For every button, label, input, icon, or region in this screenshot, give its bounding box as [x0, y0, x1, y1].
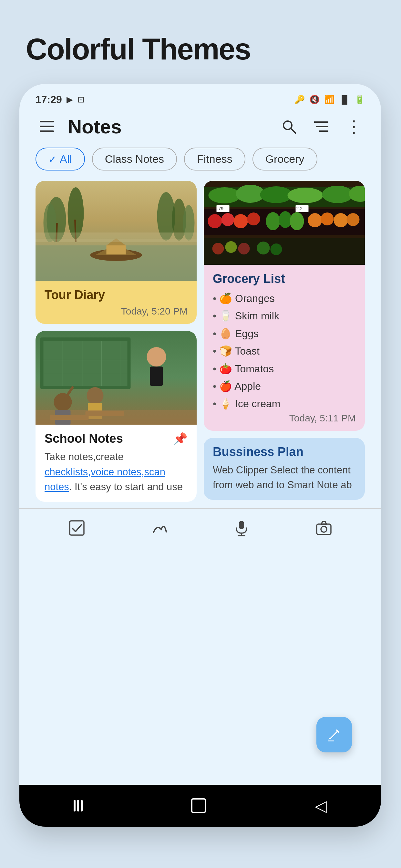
- sort-button[interactable]: [310, 115, 333, 138]
- chip-all[interactable]: ✓All: [35, 148, 85, 170]
- tour-diary-image: [35, 181, 197, 281]
- svg-rect-78: [239, 521, 244, 529]
- home-button[interactable]: [191, 798, 206, 813]
- svg-rect-2: [40, 130, 54, 132]
- svg-point-69: [238, 243, 250, 254]
- signal-icon: ▐▌: [339, 95, 350, 104]
- chip-class-notes[interactable]: Class Notes: [92, 148, 177, 170]
- phone-frame: 17:29 ▶ ⊡ 🔑 🔇 📶 ▐▌ 🔋 Notes: [19, 84, 381, 827]
- svg-text:2.2: 2.2: [297, 206, 303, 211]
- status-bar: 17:29 ▶ ⊡ 🔑 🔇 📶 ▐▌ 🔋: [19, 84, 381, 109]
- svg-rect-1: [40, 126, 54, 127]
- left-column: Tour Diary Today, 5:20 PM: [35, 181, 197, 502]
- app-bar: Notes ⋮: [19, 109, 381, 144]
- svg-point-54: [208, 214, 222, 228]
- key-icon: 🔑: [295, 95, 305, 104]
- grocery-list-image: .79 2.2: [204, 181, 365, 265]
- school-notes-content: School Notes 📌 Take notes,create checkli…: [35, 425, 197, 502]
- play-icon: ▶: [66, 95, 73, 104]
- recent-apps-button[interactable]: [73, 800, 83, 811]
- list-item: 🍊 Oranges: [213, 290, 356, 307]
- battery-icon: 🔋: [354, 95, 365, 104]
- list-item: 🥚 Eggs: [213, 325, 356, 342]
- business-plan-content: Bussiness Plan Web Clipper Select the co…: [204, 438, 365, 500]
- chip-fitness[interactable]: Fitness: [184, 148, 245, 170]
- note-school-notes[interactable]: School Notes 📌 Take notes,create checkli…: [35, 331, 197, 502]
- business-plan-body: Web Clipper Select the content from web …: [213, 463, 356, 493]
- list-item: 🍞 Toast: [213, 342, 356, 360]
- svg-point-63: [334, 213, 348, 227]
- fab-new-note[interactable]: [316, 717, 352, 752]
- list-item: 🥛 Skim milk: [213, 307, 356, 324]
- app-bar-title: Notes: [68, 116, 268, 138]
- note-grocery-list[interactable]: .79 2.2 Grocery List 🍊 Oranges 🥛 Skim mi…: [204, 181, 365, 431]
- svg-point-67: [212, 243, 224, 254]
- svg-rect-20: [106, 245, 126, 254]
- svg-point-70: [257, 242, 270, 254]
- more-button[interactable]: ⋮: [342, 115, 365, 138]
- svg-point-49: [288, 188, 323, 203]
- svg-rect-23: [35, 239, 197, 245]
- svg-rect-81: [317, 524, 331, 534]
- wifi-icon: 📶: [324, 95, 335, 104]
- list-item: 🍦 Ice cream: [213, 395, 356, 412]
- list-item: 🍅 Tomatos: [213, 360, 356, 377]
- status-bar-left: 17:29 ▶ ⊡: [35, 94, 85, 105]
- svg-point-57: [247, 213, 260, 225]
- grocery-list-items: 🍊 Oranges 🥛 Skim milk 🥚 Eggs 🍞 Toast 🍅 T…: [213, 290, 356, 413]
- notes-grid: Tour Diary Today, 5:20 PM: [19, 178, 381, 508]
- grocery-list-content: Grocery List 🍊 Oranges 🥛 Skim milk 🥚 Egg…: [204, 265, 365, 431]
- svg-marker-82: [321, 522, 327, 524]
- screenshot-icon: ⊡: [78, 95, 85, 104]
- svg-point-48: [260, 186, 292, 203]
- svg-point-60: [290, 212, 304, 230]
- svg-line-4: [291, 128, 296, 133]
- svg-point-64: [347, 213, 360, 226]
- svg-rect-42: [35, 410, 197, 425]
- svg-point-37: [87, 387, 104, 404]
- menu-button[interactable]: [35, 115, 58, 138]
- svg-point-56: [234, 214, 248, 228]
- svg-point-58: [266, 212, 280, 230]
- svg-point-33: [147, 347, 166, 367]
- school-notes-image: [35, 331, 197, 425]
- back-button[interactable]: ◁: [315, 797, 327, 815]
- svg-point-46: [209, 187, 241, 204]
- tour-diary-time: Today, 5:20 PM: [44, 306, 188, 317]
- chip-grocery[interactable]: Grocery: [252, 148, 317, 170]
- check-icon: ✓: [49, 154, 57, 165]
- handwriting-button[interactable]: [146, 515, 172, 541]
- tour-diary-content: Tour Diary Today, 5:20 PM: [35, 281, 197, 324]
- list-item: 🍎 Apple: [213, 377, 356, 395]
- svg-rect-76: [328, 740, 334, 741]
- svg-rect-34: [150, 367, 163, 386]
- school-notes-title: School Notes: [44, 432, 123, 445]
- status-time: 17:29: [35, 94, 62, 105]
- tour-diary-title: Tour Diary: [44, 288, 188, 302]
- page-title: Colorful Themes: [26, 32, 251, 66]
- school-notes-body: Take notes,create checklists,voice notes…: [44, 450, 188, 495]
- camera-button[interactable]: [311, 515, 337, 541]
- svg-point-83: [321, 526, 327, 532]
- checklist-button[interactable]: [64, 515, 90, 541]
- svg-rect-26: [43, 341, 127, 386]
- grocery-list-time: Today, 5:11 PM: [213, 413, 356, 424]
- svg-point-59: [279, 211, 292, 228]
- nav-bar: ◁: [19, 785, 381, 827]
- grocery-list-title: Grocery List: [213, 272, 356, 286]
- business-plan-title: Bussiness Plan: [213, 445, 356, 459]
- note-tour-diary[interactable]: Tour Diary Today, 5:20 PM: [35, 181, 197, 324]
- filter-bar: ✓All Class Notes Fitness Grocery: [19, 144, 381, 178]
- svg-point-62: [321, 213, 334, 225]
- note-business-plan[interactable]: Bussiness Plan Web Clipper Select the co…: [204, 438, 365, 500]
- svg-text:.79: .79: [217, 206, 224, 211]
- voice-button[interactable]: [228, 515, 254, 541]
- right-column: .79 2.2 Grocery List 🍊 Oranges 🥛 Skim mi…: [204, 181, 365, 502]
- pin-icon: 📌: [173, 432, 188, 445]
- search-button[interactable]: [278, 115, 300, 138]
- bottom-toolbar: [19, 508, 381, 547]
- svg-point-61: [308, 213, 322, 227]
- svg-rect-65: [204, 235, 365, 238]
- svg-point-55: [221, 213, 235, 226]
- status-bar-right: 🔑 🔇 📶 ▐▌ 🔋: [295, 95, 365, 104]
